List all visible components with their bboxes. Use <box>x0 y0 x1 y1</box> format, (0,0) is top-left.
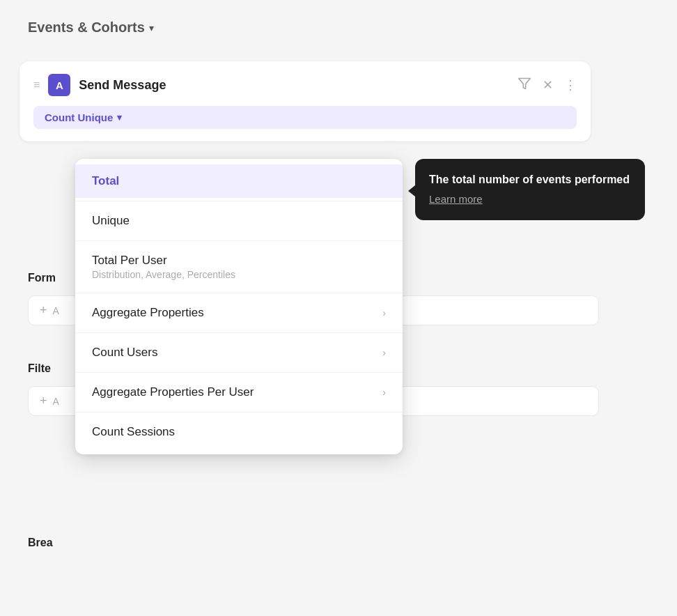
header-title: Events & Cohorts <box>28 20 145 36</box>
menu-item-count-users-arrow-icon: › <box>382 347 386 358</box>
breakdown-label: Brea <box>28 537 53 548</box>
more-options-icon[interactable]: ⋮ <box>564 77 577 93</box>
menu-item-count-users-content: Count Users <box>92 346 382 360</box>
menu-item-count-users[interactable]: Count Users › <box>75 336 403 369</box>
badge-letter: A <box>56 79 63 91</box>
menu-item-total-content: Total <box>92 174 386 188</box>
menu-item-agg-per-user-arrow-icon: › <box>382 387 386 398</box>
menu-item-count-sessions-content: Count Sessions <box>92 425 386 439</box>
card-actions: ✕ ⋮ <box>518 77 577 94</box>
menu-divider-6 <box>75 412 403 413</box>
menu-item-agg-arrow-icon: › <box>382 307 386 318</box>
count-unique-label: Count Unique <box>45 111 113 123</box>
count-unique-button[interactable]: Count Unique ▾ <box>33 106 577 129</box>
event-badge: A <box>48 74 70 96</box>
menu-item-agg-per-user[interactable]: Aggregate Properties Per User › <box>75 376 403 409</box>
menu-item-total-per-user[interactable]: Total Per User Distribution, Average, Pe… <box>75 244 403 290</box>
breakdown-section: Brea <box>28 537 53 549</box>
menu-item-unique-label: Unique <box>92 214 386 228</box>
dropdown-menu: Total Unique Total Per User Distribution… <box>75 159 403 454</box>
tooltip-title: The total number of events performed <box>429 171 631 188</box>
menu-item-aggregate-properties[interactable]: Aggregate Properties › <box>75 296 403 330</box>
tooltip: The total number of events performed Lea… <box>415 159 645 220</box>
menu-item-total-per-user-content: Total Per User Distribution, Average, Pe… <box>92 254 386 280</box>
menu-item-agg-per-user-label: Aggregate Properties Per User <box>92 385 382 399</box>
menu-item-total-per-user-sublabel: Distribution, Average, Percentiles <box>92 269 386 280</box>
menu-item-total[interactable]: Total <box>75 164 403 198</box>
filter-plus-icon[interactable]: + <box>40 394 47 408</box>
menu-item-total-label: Total <box>92 174 386 188</box>
menu-item-unique[interactable]: Unique <box>75 204 403 238</box>
menu-item-count-users-label: Count Users <box>92 346 382 360</box>
menu-item-count-sessions[interactable]: Count Sessions <box>75 415 403 449</box>
menu-divider-5 <box>75 372 403 373</box>
menu-item-agg-content: Aggregate Properties <box>92 306 382 320</box>
menu-divider-2 <box>75 240 403 241</box>
menu-item-agg-label: Aggregate Properties <box>92 306 382 320</box>
menu-divider-1 <box>75 201 403 201</box>
menu-item-unique-content: Unique <box>92 214 386 228</box>
formula-plus-icon[interactable]: + <box>40 303 47 318</box>
menu-divider-3 <box>75 293 403 293</box>
close-icon[interactable]: ✕ <box>543 77 553 93</box>
filter-label: Filte <box>28 362 51 374</box>
menu-divider-4 <box>75 332 403 333</box>
filter-section: Filte <box>28 362 51 375</box>
header: Events & Cohorts ▾ <box>28 20 154 36</box>
filter-icon[interactable] <box>518 77 531 94</box>
drag-handle-icon[interactable]: ≡ <box>33 79 40 91</box>
menu-item-count-sessions-label: Count Sessions <box>92 425 386 439</box>
formula-section: Form <box>28 272 56 284</box>
menu-item-total-per-user-label: Total Per User <box>92 254 386 268</box>
filter-add-label[interactable]: A <box>53 396 59 407</box>
formula-label: Form <box>28 272 56 284</box>
menu-item-agg-per-user-content: Aggregate Properties Per User <box>92 385 382 399</box>
count-unique-chevron-icon: ▾ <box>117 112 122 123</box>
formula-add-label[interactable]: A <box>53 305 59 316</box>
header-chevron-icon[interactable]: ▾ <box>149 22 154 33</box>
tooltip-learn-more-link[interactable]: Learn more <box>429 193 483 205</box>
event-name: Send Message <box>79 78 509 93</box>
event-card: ≡ A Send Message ✕ ⋮ Count Unique ▾ <box>20 61 591 141</box>
card-row: ≡ A Send Message ✕ ⋮ <box>33 74 577 96</box>
svg-marker-0 <box>519 78 531 88</box>
